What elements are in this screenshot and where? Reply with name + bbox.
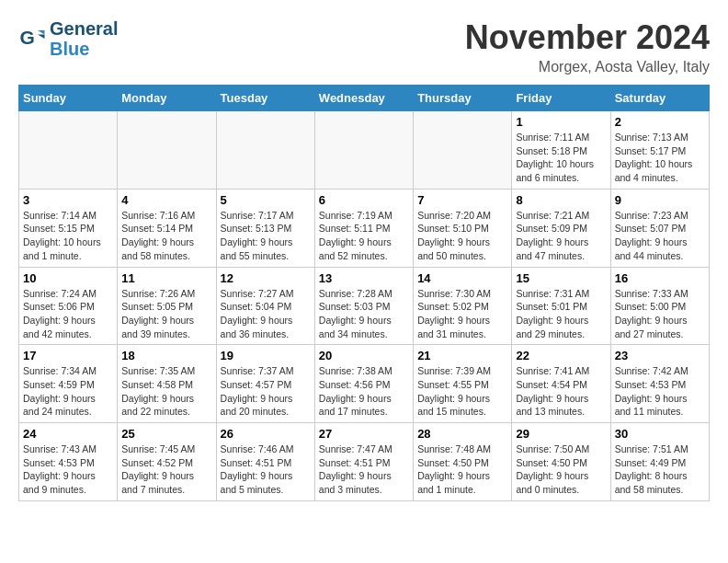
day-number: 9 — [615, 193, 705, 207]
calendar-cell: 22Sunrise: 7:41 AM Sunset: 4:54 PM Dayli… — [512, 345, 610, 423]
calendar-cell: 23Sunrise: 7:42 AM Sunset: 4:53 PM Dayli… — [610, 345, 709, 423]
day-number: 11 — [121, 271, 211, 285]
day-number: 7 — [417, 193, 507, 207]
day-number: 25 — [121, 427, 211, 441]
day-info: Sunrise: 7:30 AM Sunset: 5:02 PM Dayligh… — [417, 287, 507, 341]
weekday-header-sunday: Sunday — [19, 86, 118, 111]
calendar-cell: 1Sunrise: 7:11 AM Sunset: 5:18 PM Daylig… — [512, 111, 610, 190]
calendar-cell: 15Sunrise: 7:31 AM Sunset: 5:01 PM Dayli… — [512, 267, 610, 345]
page: G General Blue November 2024 Morgex, Aos… — [0, 0, 728, 511]
day-number: 6 — [319, 193, 409, 207]
day-number: 17 — [23, 349, 113, 362]
calendar-cell: 18Sunrise: 7:35 AM Sunset: 4:58 PM Dayli… — [118, 345, 216, 423]
day-info: Sunrise: 7:42 AM Sunset: 4:53 PM Dayligh… — [615, 364, 705, 419]
month-title: November 2024 — [465, 18, 710, 57]
weekday-header-wednesday: Wednesday — [314, 86, 413, 111]
weekday-header-friday: Friday — [512, 86, 610, 111]
day-number: 10 — [23, 271, 113, 285]
day-number: 28 — [417, 427, 507, 441]
day-number: 18 — [121, 349, 211, 362]
day-info: Sunrise: 7:27 AM Sunset: 5:04 PM Dayligh… — [221, 287, 311, 341]
calendar-cell: 6Sunrise: 7:19 AM Sunset: 5:11 PM Daylig… — [314, 189, 413, 267]
header: G General Blue November 2024 Morgex, Aos… — [18, 18, 710, 75]
title-block: November 2024 Morgex, Aosta Valley, Ital… — [465, 18, 710, 75]
day-info: Sunrise: 7:48 AM Sunset: 4:50 PM Dayligh… — [417, 442, 507, 497]
day-info: Sunrise: 7:20 AM Sunset: 5:10 PM Dayligh… — [417, 209, 507, 263]
weekday-header-monday: Monday — [118, 86, 216, 111]
calendar-cell: 27Sunrise: 7:47 AM Sunset: 4:51 PM Dayli… — [314, 423, 413, 501]
calendar-cell: 17Sunrise: 7:34 AM Sunset: 4:59 PM Dayli… — [19, 345, 118, 423]
weekday-header-saturday: Saturday — [610, 86, 709, 111]
day-number: 8 — [516, 193, 606, 207]
day-info: Sunrise: 7:46 AM Sunset: 4:51 PM Dayligh… — [221, 442, 311, 497]
day-info: Sunrise: 7:43 AM Sunset: 4:53 PM Dayligh… — [23, 442, 113, 497]
calendar-cell: 4Sunrise: 7:16 AM Sunset: 5:14 PM Daylig… — [118, 189, 216, 267]
svg-marker-1 — [38, 30, 45, 35]
calendar-cell: 26Sunrise: 7:46 AM Sunset: 4:51 PM Dayli… — [216, 423, 314, 501]
day-info: Sunrise: 7:47 AM Sunset: 4:51 PM Dayligh… — [319, 442, 409, 497]
week-row-2: 3Sunrise: 7:14 AM Sunset: 5:15 PM Daylig… — [19, 189, 710, 267]
day-number: 1 — [516, 115, 606, 129]
day-number: 26 — [221, 427, 311, 441]
calendar-cell: 29Sunrise: 7:50 AM Sunset: 4:50 PM Dayli… — [512, 423, 610, 501]
day-info: Sunrise: 7:41 AM Sunset: 4:54 PM Dayligh… — [516, 364, 606, 419]
calendar-table: SundayMondayTuesdayWednesdayThursdayFrid… — [18, 85, 710, 501]
week-row-1: 1Sunrise: 7:11 AM Sunset: 5:18 PM Daylig… — [19, 111, 710, 190]
calendar-cell — [19, 111, 118, 190]
day-info: Sunrise: 7:34 AM Sunset: 4:59 PM Dayligh… — [23, 364, 113, 419]
calendar-cell: 20Sunrise: 7:38 AM Sunset: 4:56 PM Dayli… — [314, 345, 413, 423]
day-info: Sunrise: 7:50 AM Sunset: 4:50 PM Dayligh… — [516, 442, 606, 497]
calendar-cell: 9Sunrise: 7:23 AM Sunset: 5:07 PM Daylig… — [610, 189, 709, 267]
calendar-cell — [314, 111, 413, 190]
day-info: Sunrise: 7:17 AM Sunset: 5:13 PM Dayligh… — [221, 209, 311, 263]
day-number: 27 — [319, 427, 409, 441]
day-info: Sunrise: 7:45 AM Sunset: 4:52 PM Dayligh… — [121, 442, 211, 497]
day-number: 13 — [319, 271, 409, 285]
day-number: 19 — [221, 349, 311, 362]
day-info: Sunrise: 7:14 AM Sunset: 5:15 PM Dayligh… — [23, 209, 113, 263]
day-number: 3 — [23, 193, 113, 207]
calendar-cell: 3Sunrise: 7:14 AM Sunset: 5:15 PM Daylig… — [19, 189, 118, 267]
weekday-header-row: SundayMondayTuesdayWednesdayThursdayFrid… — [19, 86, 710, 111]
calendar-cell: 14Sunrise: 7:30 AM Sunset: 5:02 PM Dayli… — [414, 267, 512, 345]
day-info: Sunrise: 7:39 AM Sunset: 4:55 PM Dayligh… — [417, 364, 507, 419]
day-info: Sunrise: 7:37 AM Sunset: 4:57 PM Dayligh… — [221, 364, 311, 419]
logo-text: General Blue — [50, 18, 118, 59]
day-number: 14 — [417, 271, 507, 285]
logo-icon: G — [18, 25, 46, 52]
calendar-cell — [414, 111, 512, 190]
calendar-cell: 5Sunrise: 7:17 AM Sunset: 5:13 PM Daylig… — [216, 189, 314, 267]
day-number: 29 — [516, 427, 606, 441]
calendar-cell — [216, 111, 314, 190]
week-row-4: 17Sunrise: 7:34 AM Sunset: 4:59 PM Dayli… — [19, 345, 710, 423]
calendar-cell — [118, 111, 216, 190]
day-number: 16 — [615, 271, 705, 285]
calendar-cell: 7Sunrise: 7:20 AM Sunset: 5:10 PM Daylig… — [414, 189, 512, 267]
day-info: Sunrise: 7:33 AM Sunset: 5:00 PM Dayligh… — [615, 287, 705, 341]
svg-text:G: G — [20, 27, 35, 48]
day-info: Sunrise: 7:19 AM Sunset: 5:11 PM Dayligh… — [319, 209, 409, 263]
calendar-cell: 21Sunrise: 7:39 AM Sunset: 4:55 PM Dayli… — [414, 345, 512, 423]
day-info: Sunrise: 7:26 AM Sunset: 5:05 PM Dayligh… — [121, 287, 211, 341]
day-info: Sunrise: 7:11 AM Sunset: 5:18 PM Dayligh… — [516, 131, 606, 185]
day-number: 30 — [615, 427, 705, 441]
weekday-header-tuesday: Tuesday — [216, 86, 314, 111]
day-info: Sunrise: 7:38 AM Sunset: 4:56 PM Dayligh… — [319, 364, 409, 419]
calendar-cell: 13Sunrise: 7:28 AM Sunset: 5:03 PM Dayli… — [314, 267, 413, 345]
day-number: 23 — [615, 349, 705, 362]
calendar-cell: 28Sunrise: 7:48 AM Sunset: 4:50 PM Dayli… — [414, 423, 512, 501]
day-info: Sunrise: 7:16 AM Sunset: 5:14 PM Dayligh… — [121, 209, 211, 263]
week-row-3: 10Sunrise: 7:24 AM Sunset: 5:06 PM Dayli… — [19, 267, 710, 345]
calendar-cell: 10Sunrise: 7:24 AM Sunset: 5:06 PM Dayli… — [19, 267, 118, 345]
calendar-cell: 16Sunrise: 7:33 AM Sunset: 5:00 PM Dayli… — [610, 267, 709, 345]
calendar-cell: 11Sunrise: 7:26 AM Sunset: 5:05 PM Dayli… — [118, 267, 216, 345]
day-info: Sunrise: 7:13 AM Sunset: 5:17 PM Dayligh… — [615, 131, 705, 185]
day-info: Sunrise: 7:28 AM Sunset: 5:03 PM Dayligh… — [319, 287, 409, 341]
location: Morgex, Aosta Valley, Italy — [465, 59, 710, 75]
week-row-5: 24Sunrise: 7:43 AM Sunset: 4:53 PM Dayli… — [19, 423, 710, 501]
day-number: 20 — [319, 349, 409, 362]
day-info: Sunrise: 7:31 AM Sunset: 5:01 PM Dayligh… — [516, 287, 606, 341]
day-number: 21 — [417, 349, 507, 362]
day-number: 5 — [221, 193, 311, 207]
day-info: Sunrise: 7:23 AM Sunset: 5:07 PM Dayligh… — [615, 209, 705, 263]
